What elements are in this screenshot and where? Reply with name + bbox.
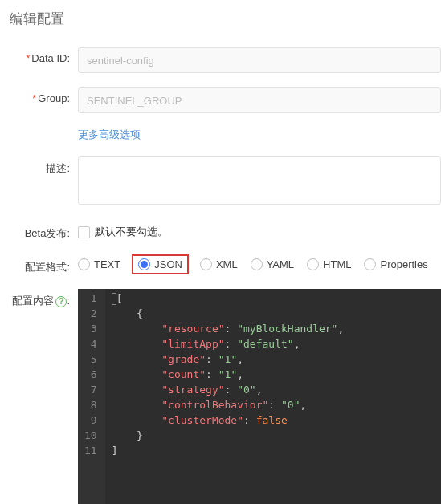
data-id-input[interactable] [78,47,441,73]
format-radio-html[interactable]: HTML [307,258,351,270]
format-radio-group: TEXTJSONXMLYAMLHTMLProperties [78,255,441,270]
radio-label: HTML [323,258,351,270]
format-radio-text[interactable]: TEXT [78,258,120,270]
beta-checkbox[interactable] [78,226,90,238]
radio-icon [78,258,90,270]
advanced-options-link[interactable]: 更多高级选项 [78,128,141,140]
beta-hint: 默认不要勾选。 [95,225,168,239]
radio-label: Properties [380,258,427,270]
label-content: 配置内容?: [10,289,78,308]
label-format: 配置格式: [10,255,78,274]
help-icon[interactable]: ? [55,296,67,307]
code-editor[interactable]: 1234567891011 [ { "resource": "myBlockHa… [78,289,441,504]
radio-label: JSON [154,258,182,270]
label-group: *Group: [10,87,78,104]
group-input[interactable] [78,87,441,113]
radio-label: XML [216,258,238,270]
label-data-id: *Data ID: [10,47,78,64]
radio-icon [200,258,212,270]
format-radio-yaml[interactable]: YAML [251,258,294,270]
format-radio-json[interactable]: JSON [132,254,189,274]
desc-textarea[interactable] [78,156,441,205]
format-radio-properties[interactable]: Properties [364,258,427,270]
editor-gutter: 1234567891011 [78,289,105,504]
radio-label: TEXT [94,258,120,270]
editor-code[interactable]: [ { "resource": "myBlockHandler", "limit… [105,289,345,504]
radio-icon [251,258,263,270]
radio-icon [364,258,376,270]
label-beta: Beta发布: [10,222,78,241]
label-desc: 描述: [10,156,78,176]
format-radio-xml[interactable]: XML [200,258,238,270]
radio-label: YAML [267,258,294,270]
radio-icon [138,258,150,270]
radio-icon [307,258,319,270]
page-title: 编辑配置 [10,10,441,28]
